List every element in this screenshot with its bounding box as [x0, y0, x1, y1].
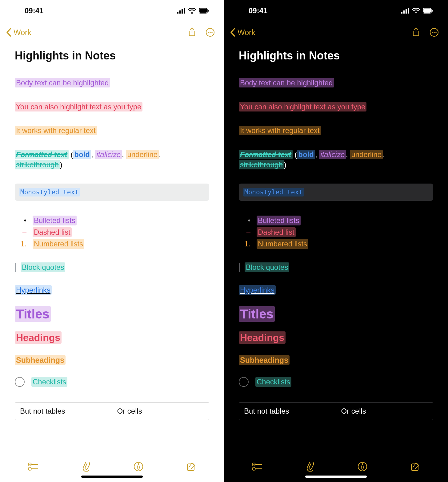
svg-rect-7 [208, 10, 209, 12]
compose-button[interactable] [410, 462, 420, 472]
mono-block: Monostyled text [239, 184, 433, 201]
svg-point-28 [434, 32, 435, 33]
bottom-toolbar [224, 454, 448, 482]
blockquote-bar [15, 263, 16, 272]
checklist-row: Checklists [15, 377, 209, 387]
compose-icon [186, 462, 196, 472]
lists: •Bulleted lists –Dashed list 1.Numbered … [16, 216, 209, 249]
hyperlink[interactable]: Hyperlinks [15, 286, 209, 294]
status-time: 09:41 [249, 6, 267, 15]
fmt-strike: strikethrough [239, 160, 284, 169]
fmt-italic: italicize [95, 150, 122, 159]
number-item: 1.Numbered lists [16, 239, 209, 249]
back-label: Work [14, 28, 31, 37]
more-button[interactable] [206, 28, 215, 37]
svg-rect-24 [423, 9, 431, 13]
pen-circle-icon [358, 462, 367, 472]
svg-rect-20 [406, 9, 407, 14]
cellular-icon [401, 8, 409, 14]
note-title: Highlights in Notes [15, 49, 209, 62]
formatted-line: Formatted text (bold, italicize, underli… [15, 149, 209, 170]
body-highlight-orange: It works with regular text [15, 126, 97, 135]
svg-point-11 [211, 32, 213, 33]
attach-button[interactable] [81, 462, 90, 472]
cellular-icon [177, 8, 185, 14]
home-indicator[interactable] [81, 476, 143, 478]
svg-point-32 [252, 467, 255, 470]
body-highlight-purple: Body text can be highlighted [15, 78, 110, 87]
table-cell-1[interactable]: But not tables [15, 403, 112, 420]
fmt-lead: Formatted text [239, 150, 293, 159]
fmt-italic: italicize [319, 150, 346, 159]
chevron-left-icon [6, 28, 12, 37]
svg-point-30 [252, 463, 255, 466]
body-highlight-purple: Body text can be highlighted [239, 78, 334, 87]
share-button[interactable] [412, 27, 420, 38]
fmt-bold: bold [297, 150, 315, 159]
blockquote-bar [239, 263, 240, 272]
ellipsis-circle-icon [430, 28, 439, 37]
blockquote: Block quotes [15, 262, 209, 272]
home-indicator[interactable] [305, 476, 367, 478]
body-highlight-pink: You can also highlight text as you type [239, 102, 366, 111]
svg-rect-3 [184, 8, 185, 14]
phone-dark: 09:41 Work Highlights in Notes Body text… [224, 0, 448, 482]
attach-button[interactable] [305, 462, 314, 472]
markup-button[interactable] [134, 462, 143, 472]
svg-point-27 [432, 32, 433, 33]
svg-point-22 [415, 12, 417, 13]
svg-point-10 [210, 32, 211, 33]
paperclip-icon [305, 462, 314, 472]
title-style: Titles [15, 306, 51, 322]
share-button[interactable] [188, 27, 196, 38]
hyperlink[interactable]: Hyperlinks [239, 286, 433, 294]
checklist-label: Checklists [255, 377, 291, 387]
subheading-style: Subheadings [239, 355, 290, 365]
back-button[interactable]: Work [230, 28, 255, 37]
checklist-button[interactable] [28, 462, 38, 471]
blockquote: Block quotes [239, 262, 433, 272]
svg-point-9 [208, 32, 209, 33]
note-content[interactable]: Highlights in Notes Body text can be hig… [0, 43, 224, 454]
formatted-line: Formatted text (bold, italicize, underli… [239, 149, 433, 170]
heading-style: Headings [15, 331, 62, 344]
fmt-strike: strikethrough [15, 160, 60, 169]
table-cell-1[interactable]: But not tables [239, 403, 336, 420]
checklist-icon [252, 462, 262, 471]
share-icon [188, 27, 196, 38]
note-content[interactable]: Highlights in Notes Body text can be hig… [224, 43, 448, 454]
status-bar: 09:41 [224, 0, 448, 22]
bottom-toolbar [0, 454, 224, 482]
pen-circle-icon [134, 462, 143, 472]
bullet-item: •Bulleted lists [16, 216, 209, 225]
compose-button[interactable] [186, 462, 196, 472]
wifi-icon [188, 8, 196, 14]
table: But not tables Or cells [239, 402, 433, 420]
svg-rect-0 [177, 12, 178, 14]
paperclip-icon [81, 462, 90, 472]
svg-rect-1 [179, 10, 181, 14]
nav-bar: Work [0, 22, 224, 43]
checklist-label: Checklists [31, 377, 67, 387]
markup-button[interactable] [358, 462, 367, 472]
svg-rect-19 [403, 10, 405, 14]
compose-icon [410, 462, 420, 472]
bullet-item: •Bulleted lists [240, 216, 433, 225]
back-button[interactable]: Work [6, 28, 31, 37]
checklist-toggle[interactable] [15, 377, 25, 387]
share-icon [412, 27, 420, 38]
table-cell-2[interactable]: Or cells [336, 403, 433, 420]
status-icons [177, 8, 209, 14]
more-button[interactable] [430, 28, 439, 37]
checklist-button[interactable] [252, 462, 262, 471]
checklist-toggle[interactable] [239, 377, 249, 387]
battery-icon [199, 8, 209, 14]
fmt-underline: underline [126, 150, 159, 159]
svg-rect-18 [401, 12, 402, 14]
note-title: Highlights in Notes [239, 49, 433, 62]
heading-style: Headings [239, 331, 286, 344]
body-highlight-orange: It works with regular text [239, 126, 321, 135]
body-highlight-pink: You can also highlight text as you type [15, 102, 142, 111]
lists: •Bulleted lists –Dashed list 1.Numbered … [240, 216, 433, 249]
table-cell-2[interactable]: Or cells [112, 403, 209, 420]
